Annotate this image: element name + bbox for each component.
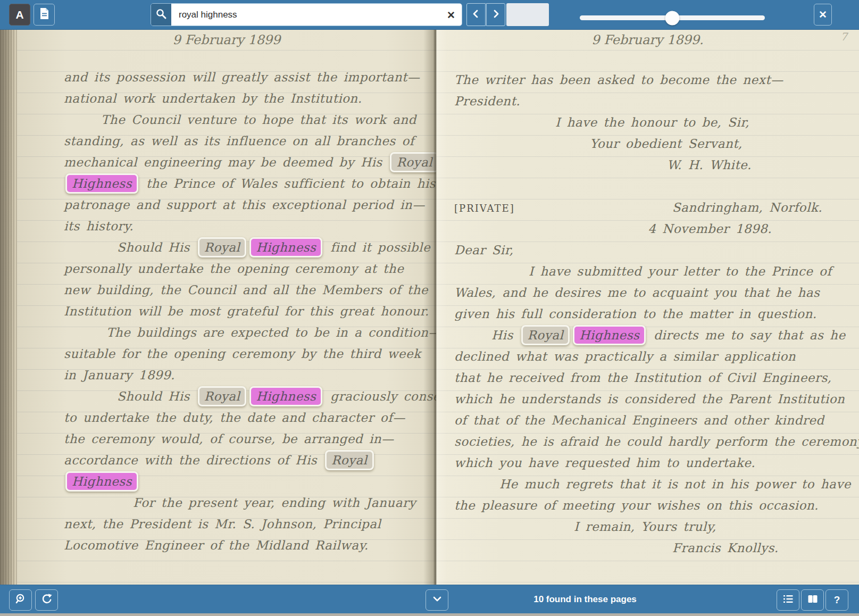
manuscript-text: Sandringham, Norfolk. [672, 197, 822, 218]
rotate-icon-button[interactable] [35, 589, 58, 611]
manuscript-text: given his full consideration to the matt… [454, 307, 817, 321]
manuscript-text: Should His [117, 240, 196, 254]
manuscript-text: patronage and support at this exceptiona… [64, 198, 425, 212]
search-input-wrap: ✕ [171, 4, 462, 26]
bottom-toolbar: 10 found in these pages ? [0, 585, 859, 616]
text-mode-icon: A [15, 9, 23, 21]
page-number-mark: 7 [840, 30, 847, 43]
manuscript-text: He much regrets that it is not in his po… [499, 477, 851, 491]
page-body: and its possession will greatly assist t… [17, 66, 436, 556]
manuscript-line: President. [454, 90, 836, 112]
manuscript-text: His [491, 328, 520, 342]
manuscript-line: W. H. White. [454, 154, 836, 176]
window-bottom-edge [0, 613, 859, 616]
manuscript-line: I remain, Yours truly, [454, 516, 836, 537]
manuscript-line: Your obedient Servant, [454, 133, 836, 154]
manuscript-text: [PRIVATE] [454, 198, 515, 219]
manuscript-line: societies, he is afraid he could hardly … [454, 431, 836, 452]
manuscript-text: 4 November 1898. [648, 218, 772, 239]
manuscript-line: national work undertaken by the Institut… [64, 88, 433, 109]
manuscript-text: societies, he is afraid he could hardly … [454, 435, 859, 448]
manuscript-line: the ceremony would, of course, be arrang… [64, 428, 433, 449]
manuscript-text: Should His [117, 389, 196, 403]
search-highlight-gray[interactable]: Royal [198, 237, 247, 257]
close-search-button[interactable]: ✕ [814, 4, 832, 26]
manuscript-line: The Council venture to hope that its wor… [64, 109, 433, 130]
manuscript-line: 4 November 1898. [454, 218, 836, 239]
chevron-left-icon [471, 9, 481, 21]
search-highlight-pink[interactable]: Highness [65, 471, 138, 492]
text-mode-button[interactable]: A [9, 4, 30, 26]
clear-search-icon[interactable]: ✕ [447, 10, 455, 20]
manuscript-line: Should His RoyalHighness graciously cons… [64, 386, 433, 407]
search-highlight-pink[interactable]: Highness [573, 325, 646, 345]
page-area[interactable]: 9 February 1899 and its possession will … [0, 29, 859, 585]
search-highlight-gray[interactable]: Royal [390, 152, 436, 172]
manuscript-text: The Council venture to hope that its wor… [101, 113, 416, 127]
search-highlight-gray[interactable]: Royal [198, 386, 247, 406]
collapse-search-results-button[interactable] [426, 589, 448, 611]
manuscript-line: suitable for the opening ceremony by the… [64, 343, 433, 364]
manuscript-line: and its possession will greatly assist t… [64, 66, 433, 88]
page-date-heading: 9 February 1899 [17, 29, 436, 51]
manuscript-viewer: A ✕ [0, 0, 859, 616]
manuscript-text: personally undertake the opening ceremon… [64, 262, 404, 276]
manuscript-text: Your obedient Servant, [590, 137, 743, 151]
search-icon [155, 8, 167, 22]
manuscript-line: The writer has been asked to become the … [454, 69, 836, 90]
page-body: The writer has been asked to become the … [436, 69, 859, 559]
manuscript-text: that he received from the Institution of… [454, 371, 832, 385]
manuscript-text: find it possible to— [324, 240, 436, 254]
manuscript-line: declined what was practically a similar … [454, 346, 836, 367]
manuscript-line: Francis Knollys. [454, 537, 836, 559]
manuscript-line: to undertake the duty, the date and char… [64, 407, 433, 428]
zoom-slider[interactable] [580, 15, 765, 20]
manuscript-line: patronage and support at this exceptiona… [64, 194, 433, 215]
zoom-slider-thumb[interactable] [665, 11, 680, 25]
manuscript-text: Francis Knollys. [672, 541, 779, 555]
manuscript-right-page: 9 February 1899. 7 The writer has been a… [436, 29, 859, 585]
manuscript-line: I have submitted your letter to the Prin… [454, 261, 836, 282]
manuscript-text: which he understands is considered the P… [454, 392, 845, 406]
manuscript-line: its history. [64, 215, 433, 237]
page-date-heading: 9 February 1899. [436, 29, 859, 51]
rotate-icon [41, 593, 53, 607]
two-page-view-button[interactable] [801, 589, 824, 611]
manuscript-line: which he understands is considered the P… [454, 388, 836, 410]
document-view-button[interactable] [34, 4, 55, 26]
search-button[interactable] [151, 4, 171, 26]
manuscript-text: The writer has been asked to become the … [454, 73, 783, 87]
index-list-button[interactable] [777, 589, 799, 611]
manuscript-text: Dear Sir, [454, 243, 513, 257]
search-highlight-pink[interactable]: Highness [249, 237, 322, 257]
manuscript-text: accordance with the directions of His [64, 453, 323, 467]
manuscript-line: accordance with the directions of His Ro… [64, 449, 433, 471]
manuscript-line: Highness the Prince of Wales sufficient … [64, 173, 433, 194]
zoom-in-button[interactable] [9, 589, 32, 611]
manuscript-text: I remain, Yours truly, [574, 520, 716, 534]
next-result-button[interactable] [486, 3, 505, 26]
help-button[interactable]: ? [825, 589, 848, 611]
manuscript-line: the pleasure of meeting your wishes on t… [454, 495, 836, 516]
manuscript-line: Institution will be most grateful for th… [64, 301, 433, 322]
manuscript-line: that he received from the Institution of… [454, 367, 836, 388]
manuscript-line: mechanical engineering may be deemed by … [64, 152, 433, 173]
manuscript-text: President. [454, 94, 520, 108]
manuscript-text: declined what was practically a similar … [454, 349, 796, 363]
manuscript-text: and its possession will greatly assist t… [64, 70, 420, 84]
manuscript-line: He much regrets that it is not in his po… [454, 473, 836, 495]
manuscript-text: graciously consent— [324, 389, 436, 403]
search-highlight-gray[interactable]: Royal [325, 450, 374, 470]
zoom-in-icon [15, 593, 27, 607]
document-icon [39, 7, 49, 22]
previous-result-button[interactable] [466, 3, 486, 26]
search-input[interactable] [171, 4, 462, 26]
manuscript-text: the pleasure of meeting your wishes on t… [454, 498, 819, 512]
search-highlight-gray[interactable]: Royal [521, 325, 570, 345]
search-highlight-pink[interactable]: Highness [249, 386, 322, 406]
search-group: ✕ [151, 3, 462, 26]
manuscript-text: national work undertaken by the Institut… [64, 91, 362, 105]
manuscript-line: Highness [64, 471, 433, 492]
manuscript-text: Wales, and he desires me to acquaint you… [454, 286, 820, 299]
search-highlight-pink[interactable]: Highness [65, 173, 138, 194]
